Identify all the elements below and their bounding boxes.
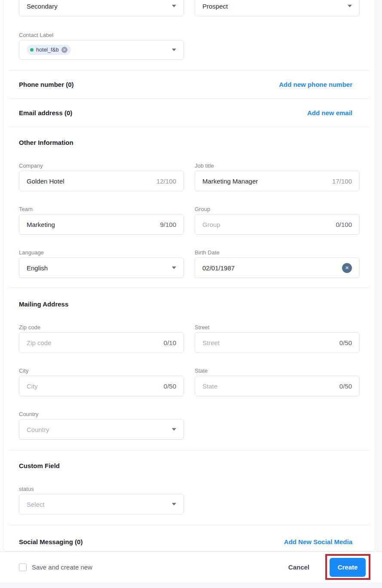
status-field-group: status Select — [19, 486, 184, 514]
chevron-down-icon — [172, 49, 176, 51]
contact-type-select[interactable]: Secondary — [19, 0, 184, 16]
page-background-strip — [376, 0, 382, 551]
contact-label-chip-text: hotel_f&b — [36, 47, 59, 53]
status-select[interactable]: Select — [19, 494, 184, 514]
state-counter: 0/50 — [339, 383, 352, 390]
add-email-link[interactable]: Add new email — [307, 109, 360, 116]
city-field-group: City 0/50 — [19, 368, 184, 396]
social-section-title: Social Messaging (0) — [19, 538, 83, 545]
zip-label: Zip code — [19, 324, 184, 331]
team-label: Team — [19, 206, 184, 212]
job-title-counter: 17/100 — [332, 178, 352, 185]
clear-date-icon[interactable]: ✕ — [342, 263, 352, 273]
zip-field-group: Zip code 0/10 — [19, 324, 184, 353]
form-footer: Save and create new Cancel Create — [0, 551, 382, 582]
contact-form: Secondary Prospect Contact Label hotel_f… — [19, 0, 360, 558]
contact-label-select[interactable]: hotel_f&b ✕ — [19, 40, 184, 60]
country-field-group: Country Country — [19, 411, 184, 440]
country-placeholder: Country — [27, 426, 49, 433]
team-input[interactable] — [27, 221, 156, 228]
divider — [9, 127, 370, 127]
birth-date-label: Birth Date — [195, 249, 360, 256]
job-title-label: Job title — [195, 162, 360, 169]
phone-section-title: Phone number (0) — [19, 81, 74, 88]
group-field-group: Group 0/100 — [195, 206, 360, 235]
email-address-section: Email address (0) Add new email — [19, 99, 360, 127]
state-label: State — [195, 368, 360, 374]
contact-label-chip: hotel_f&b ✕ — [27, 45, 71, 55]
save-and-create-checkbox[interactable] — [19, 564, 27, 571]
save-and-create-label: Save and create new — [32, 564, 92, 571]
city-input[interactable] — [27, 383, 159, 390]
group-label: Group — [195, 206, 360, 212]
status-placeholder: Select — [27, 501, 45, 508]
phone-number-section: Phone number (0) Add new phone number — [19, 70, 360, 98]
chevron-down-icon — [172, 5, 176, 7]
mailing-address-heading: Mailing Address — [19, 301, 360, 307]
team-counter: 9/100 — [160, 221, 176, 228]
group-input[interactable] — [202, 221, 331, 228]
lifecycle-stage-value: Prospect — [202, 3, 228, 10]
birth-date-input[interactable] — [202, 264, 342, 272]
team-field-group: Team 9/100 — [19, 206, 184, 235]
add-phone-link[interactable]: Add new phone number — [279, 81, 360, 88]
street-input[interactable] — [202, 339, 335, 346]
divider — [9, 288, 370, 288]
custom-field-heading: Custom Field — [19, 462, 360, 469]
language-value: English — [27, 264, 48, 272]
street-field-group: Street 0/50 — [195, 324, 360, 353]
contact-label-label: Contact Label — [19, 32, 184, 38]
company-input-box: 12/100 — [19, 171, 184, 191]
chevron-down-icon — [172, 503, 176, 505]
remove-label-icon[interactable]: ✕ — [61, 47, 67, 53]
chevron-down-icon — [172, 428, 176, 431]
team-input-box: 9/100 — [19, 214, 184, 235]
other-information-heading: Other Information — [19, 139, 360, 146]
state-input-box: 0/50 — [195, 376, 360, 396]
street-input-box: 0/50 — [195, 332, 360, 353]
chevron-down-icon — [172, 266, 176, 269]
company-input[interactable] — [27, 178, 152, 185]
company-field-group: Company 12/100 — [19, 162, 184, 191]
company-label: Company — [19, 162, 184, 169]
birth-date-input-box: ✕ — [195, 257, 360, 278]
lifecycle-stage-select[interactable]: Prospect — [195, 0, 360, 16]
country-select[interactable]: Country — [19, 419, 184, 440]
zip-input[interactable] — [27, 339, 159, 346]
city-input-box: 0/50 — [19, 376, 184, 396]
street-label: Street — [195, 324, 360, 331]
job-title-input[interactable] — [202, 178, 328, 185]
divider — [9, 450, 370, 450]
zip-counter: 0/10 — [164, 339, 176, 346]
state-field-group: State 0/50 — [195, 368, 360, 396]
language-label: Language — [19, 249, 184, 256]
group-counter: 0/100 — [336, 221, 352, 228]
birth-date-field-group: Birth Date ✕ — [195, 249, 360, 278]
street-counter: 0/50 — [339, 339, 352, 346]
city-label: City — [19, 368, 184, 374]
zip-input-box: 0/10 — [19, 332, 184, 353]
create-button[interactable]: Create — [330, 558, 366, 577]
state-input[interactable] — [202, 383, 335, 390]
company-counter: 12/100 — [156, 178, 176, 185]
add-social-link[interactable]: Add New Social Media — [284, 538, 360, 545]
label-color-dot-icon — [30, 48, 34, 52]
job-title-input-box: 17/100 — [195, 171, 360, 191]
page-background-strip — [0, 582, 382, 588]
language-select[interactable]: English — [19, 257, 184, 278]
job-title-field-group: Job title 17/100 — [195, 162, 360, 191]
status-label: status — [19, 486, 184, 492]
group-input-box: 0/100 — [195, 214, 360, 235]
chevron-down-icon — [348, 5, 352, 7]
cancel-button[interactable]: Cancel — [288, 564, 309, 571]
city-counter: 0/50 — [164, 383, 176, 390]
country-label: Country — [19, 411, 184, 417]
language-field-group: Language English — [19, 249, 184, 278]
email-section-title: Email address (0) — [19, 109, 72, 116]
contact-type-value: Secondary — [27, 3, 58, 10]
